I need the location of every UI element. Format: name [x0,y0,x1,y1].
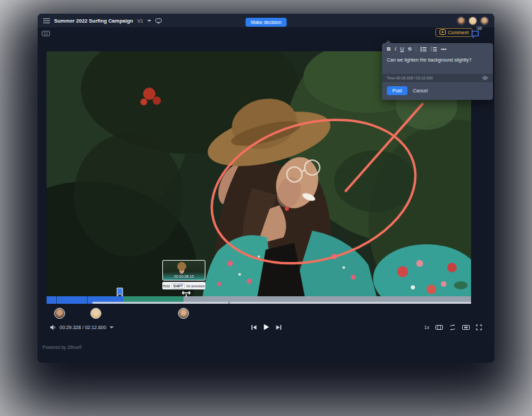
segment-tick [56,296,57,304]
comment-button-label: Comment [448,30,468,35]
volume-icon[interactable] [50,324,56,330]
next-frame-button[interactable] [275,324,281,330]
comment-button[interactable]: Comment [435,28,472,37]
toolbar-divider [416,47,416,52]
segment-tick [87,296,88,304]
video-timeline[interactable] [47,296,471,304]
version-caret-icon[interactable] [147,20,151,22]
comments-panel-toggle[interactable]: 12 [470,29,481,38]
cancel-button[interactable]: Cancel [413,88,428,93]
proof-title: Summer 2022 Surfing Campaign [54,18,133,24]
comment-count-badge: 12 [476,26,483,30]
comment-time-label: Time 00:29.328 / 02:12.600 [387,76,482,80]
previous-frame-button[interactable] [251,324,257,330]
version-label[interactable]: V1 [137,18,143,23]
theater-mode-icon[interactable] [462,324,470,330]
post-button[interactable]: Post [387,86,407,95]
tooltip-text: for precision [186,284,205,288]
timeline-comment-marker-3[interactable] [178,308,189,319]
time-options-caret[interactable] [110,326,114,328]
visibility-eye-icon[interactable] [482,76,488,80]
app-window: Summer 2022 Surfing Campaign V1 Make dec… [38,14,494,363]
comment-format-toolbar: B I U S ••• [382,43,493,54]
menu-icon[interactable] [43,18,50,23]
top-bar: Summer 2022 Surfing Campaign V1 Make dec… [38,14,494,27]
playback-controls-bar: 00:29.328 / 02:12.600 1x [38,318,494,336]
keyboard-shortcuts-icon[interactable] [42,31,50,36]
current-time-display: 00:29.328 / 02:12.600 [60,325,106,330]
controls-left: 00:29.328 / 02:12.600 [50,324,425,330]
reviewer-avatar-3[interactable] [480,16,489,25]
timeline-comment-marker-2[interactable] [90,308,101,319]
add-comment-icon [440,29,446,36]
strikethrough-button[interactable]: S [408,47,411,52]
controls-center [251,324,281,330]
scrub-cursor-icon [181,288,192,300]
timeline-comment-marker-1[interactable] [54,308,65,319]
thumbnail-timestamp: 00:00:08:15 [163,274,205,278]
comment-time-row: Time 00:29.328 / 02:12.600 [382,74,493,82]
more-options-icon[interactable]: ••• [441,47,446,52]
controls-right: 1x [425,324,482,330]
tooltip-text: Hold [163,284,170,288]
comment-popup: B I U S ••• Can we lighten the backgroun… [382,43,493,100]
comment-input[interactable]: Can we lighten the background slightly? [382,54,493,74]
powered-by-label: Powered by Ziflow® [42,345,82,350]
reviewer-avatar-2[interactable] [468,16,477,25]
underline-button[interactable]: U [401,47,404,52]
bold-button[interactable]: B [387,47,390,52]
italic-button[interactable]: I [394,47,396,52]
ordered-list-icon[interactable] [431,47,437,52]
top-bar-right [457,16,489,25]
page: Summer 2022 Surfing Campaign V1 Make dec… [0,0,532,416]
play-button[interactable] [263,324,269,330]
reviewer-avatar-1[interactable] [457,16,466,25]
comment-actions: Post Cancel [382,82,493,100]
compare-screens-icon[interactable] [155,18,162,24]
bullet-list-icon[interactable] [420,47,427,52]
scrub-thumbnail: 00:00:08:15 [162,260,205,281]
playback-speed-button[interactable]: 1x [425,325,429,330]
playhead-marker[interactable] [116,287,123,300]
filmstrip-icon[interactable] [435,324,443,330]
loop-icon[interactable] [449,324,456,330]
shift-key-label: SHIFT [171,283,185,289]
fullscreen-icon[interactable] [476,324,482,330]
shift-precision-tooltip: Hold SHIFT for precision [162,282,205,289]
make-decision-button[interactable]: Make decision [245,18,287,27]
top-bar-center: Make decision [245,14,287,27]
timeline-substrip [92,302,471,304]
